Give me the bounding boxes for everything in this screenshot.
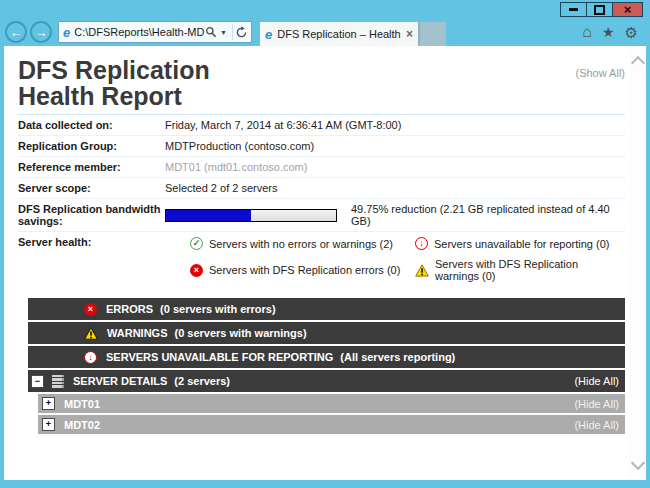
browser-tab[interactable]: e DFS Replication – Health Re... × [259, 21, 419, 46]
unavailable-circle-icon: ↓ [415, 237, 428, 250]
section-subtitle: (All servers reporting) [340, 351, 455, 363]
bandwidth-progress-bar [165, 209, 337, 222]
error-circle-icon: × [190, 264, 203, 277]
section-errors-bar[interactable]: × ERRORS (0 servers with errors) [28, 298, 625, 320]
info-row-bandwidth-savings: DFS Replication bandwidth savings: 49.75… [18, 199, 625, 232]
info-row-reference-member: Reference member: MDT01 (mdt01.contoso.c… [18, 157, 625, 178]
page-favicon-ie-icon: e [63, 26, 70, 39]
server-icon [52, 375, 64, 388]
health-item-errors: × Servers with DFS Replication errors (0… [190, 258, 415, 282]
health-item-healthy: ✓ Servers with no errors or warnings (2) [190, 237, 415, 250]
info-value: Selected 2 of 2 servers [165, 182, 625, 194]
warning-triangle-icon [84, 327, 98, 340]
minimize-icon [569, 8, 578, 11]
health-item-text: Servers with DFS Replication warnings (0… [435, 258, 625, 282]
close-icon: × [624, 3, 632, 16]
hide-all-link[interactable]: (Hide All) [574, 419, 619, 431]
server-health-grid: ✓ Servers with no errors or warnings (2)… [165, 236, 625, 286]
section-title: SERVERS UNAVAILABLE FOR REPORTING [106, 351, 333, 363]
report-header: DFS Replication Health Report (Show All) [18, 46, 625, 115]
health-item-unavailable: ↓ Servers unavailable for reporting (0) [415, 237, 625, 250]
window-titlebar: × [0, 0, 650, 18]
bandwidth-text: 49.75% reduction (2.21 GB replicated ins… [351, 203, 625, 227]
server-name: MDT01 [64, 398, 100, 410]
minimize-button[interactable] [560, 2, 587, 17]
info-row-data-collected: Data collected on: Friday, March 7, 2014… [18, 115, 625, 136]
section-subtitle: (0 servers with warnings) [175, 327, 307, 339]
section-subtitle: (2 servers) [174, 375, 230, 387]
report-page: DFS Replication Health Report (Show All)… [4, 46, 646, 480]
address-divider [232, 24, 233, 40]
expand-box-icon[interactable]: + [42, 418, 55, 431]
address-dropdown-icon[interactable]: ▼ [220, 29, 227, 36]
warning-triangle-icon [415, 264, 429, 277]
show-all-link[interactable]: (Show All) [575, 67, 625, 79]
close-button[interactable]: × [612, 2, 643, 17]
maximize-button[interactable] [586, 2, 613, 17]
info-row-server-scope: Server scope: Selected 2 of 2 servers [18, 178, 625, 199]
tab-close-icon[interactable]: × [406, 28, 413, 40]
settings-gear-icon[interactable]: ⚙ [625, 25, 638, 40]
section-title: WARNINGS [107, 327, 168, 339]
back-icon: ← [10, 26, 23, 39]
health-item-warnings: Servers with DFS Replication warnings (0… [415, 258, 625, 282]
info-row-replication-group: Replication Group: MDTProduction (contos… [18, 136, 625, 157]
section-title: SERVER DETAILS [73, 375, 167, 387]
info-label: Data collected on: [18, 119, 165, 131]
server-row-mdt01[interactable]: + MDT01 (Hide All) [38, 394, 625, 413]
tab-title: DFS Replication – Health Re... [277, 28, 403, 40]
info-row-server-health: Server health: ✓ Servers with no errors … [18, 232, 625, 290]
hide-all-link[interactable]: (Hide All) [574, 375, 619, 387]
unavailable-circle-icon: ↓ [84, 351, 97, 364]
expand-box-icon[interactable]: + [42, 397, 55, 410]
refresh-icon[interactable] [235, 26, 248, 39]
forward-icon: → [35, 26, 48, 39]
section-warnings-bar[interactable]: WARNINGS (0 servers with warnings) [28, 322, 625, 344]
info-label: DFS Replication bandwidth savings: [18, 203, 165, 227]
health-item-text: Servers unavailable for reporting (0) [434, 238, 609, 250]
info-label: Reference member: [18, 161, 165, 173]
check-circle-icon: ✓ [190, 237, 203, 250]
page-title: DFS Replication Health Report [18, 57, 210, 109]
search-icon[interactable] [205, 26, 217, 38]
window-controls: × [561, 2, 643, 17]
back-button[interactable]: ← [5, 21, 27, 43]
scroll-up-icon[interactable] [630, 56, 644, 70]
section-unavailable-bar[interactable]: ↓ SERVERS UNAVAILABLE FOR REPORTING (All… [28, 346, 625, 368]
favorites-star-icon[interactable]: ★ [602, 25, 615, 39]
section-subtitle: (0 servers with errors) [160, 303, 276, 315]
section-title: ERRORS [106, 303, 153, 315]
section-server-details-bar[interactable]: − SERVER DETAILS (2 servers) (Hide All) [28, 370, 625, 392]
browser-chrome: ← → e C:\DFSReports\Health-MDTProduction… [0, 18, 650, 46]
address-bar[interactable]: e C:\DFSReports\Health-MDTProduction-07M… [58, 21, 252, 43]
home-icon[interactable]: ⌂ [582, 24, 592, 40]
new-tab-button[interactable] [420, 22, 446, 46]
error-circle-icon: × [84, 303, 97, 316]
collapse-box-icon[interactable]: − [31, 375, 44, 388]
server-name: MDT02 [64, 419, 100, 431]
report-content: DFS Replication Health Report (Show All)… [18, 46, 625, 434]
info-label: Server health: [18, 236, 165, 248]
hide-all-link[interactable]: (Hide All) [574, 398, 619, 410]
info-value: MDT01 (mdt01.contoso.com) [165, 161, 625, 173]
tab-favicon-ie-icon: e [265, 28, 272, 41]
scroll-down-icon[interactable] [630, 456, 644, 470]
health-item-text: Servers with DFS Replication errors (0) [209, 264, 400, 276]
info-label: Server scope: [18, 182, 165, 194]
forward-button[interactable]: → [30, 21, 52, 43]
server-row-mdt02[interactable]: + MDT02 (Hide All) [38, 415, 625, 434]
report-sections: × ERRORS (0 servers with errors) WARNING… [28, 298, 625, 434]
info-value: Friday, March 7, 2014 at 6:36:41 AM (GMT… [165, 119, 625, 131]
maximize-icon [594, 5, 605, 15]
page-scrollbar[interactable] [629, 46, 646, 480]
health-item-text: Servers with no errors or warnings (2) [209, 238, 393, 250]
address-url[interactable]: C:\DFSReports\Health-MDTProduction-07Ma [74, 26, 205, 38]
bandwidth-progress-fill [166, 210, 251, 221]
info-label: Replication Group: [18, 140, 165, 152]
info-value: MDTProduction (contoso.com) [165, 140, 625, 152]
